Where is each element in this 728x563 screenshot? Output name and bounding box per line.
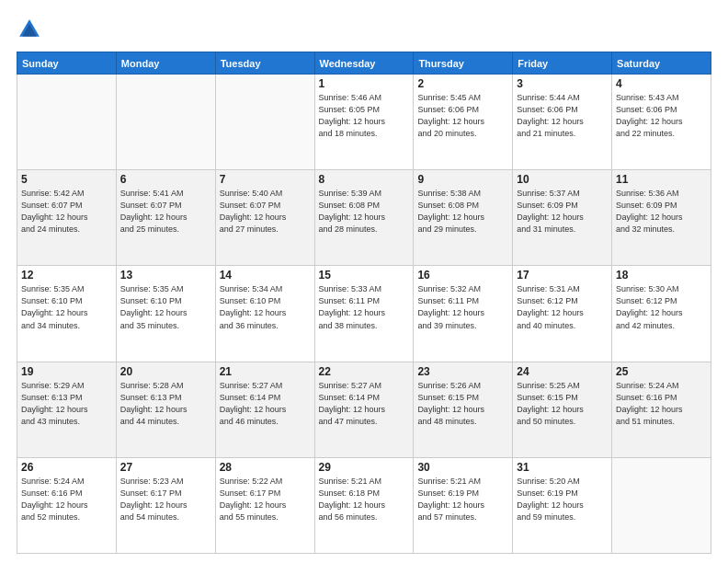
day-number: 17	[517, 269, 608, 282]
calendar-cell: 20Sunrise: 5:28 AM Sunset: 6:13 PM Dayli…	[116, 362, 215, 457]
day-info: Sunrise: 5:40 AM Sunset: 6:07 PM Dayligh…	[220, 188, 311, 236]
header	[17, 17, 711, 42]
day-info: Sunrise: 5:25 AM Sunset: 6:15 PM Dayligh…	[517, 380, 608, 428]
calendar-cell	[612, 457, 711, 553]
day-info: Sunrise: 5:36 AM Sunset: 6:09 PM Dayligh…	[616, 188, 707, 236]
week-row-2: 5Sunrise: 5:42 AM Sunset: 6:07 PM Daylig…	[17, 170, 711, 266]
logo	[17, 17, 46, 42]
weekday-header-sunday: Sunday	[17, 52, 117, 75]
day-number: 3	[517, 77, 608, 90]
day-info: Sunrise: 5:34 AM Sunset: 6:10 PM Dayligh…	[220, 283, 311, 331]
week-row-4: 19Sunrise: 5:29 AM Sunset: 6:13 PM Dayli…	[17, 362, 711, 457]
day-info: Sunrise: 5:20 AM Sunset: 6:19 PM Dayligh…	[517, 476, 608, 523]
day-info: Sunrise: 5:46 AM Sunset: 6:05 PM Dayligh…	[319, 92, 410, 140]
day-number: 24	[517, 365, 608, 378]
day-info: Sunrise: 5:41 AM Sunset: 6:07 PM Dayligh…	[120, 188, 211, 236]
day-number: 1	[319, 77, 410, 90]
weekday-header-tuesday: Tuesday	[215, 52, 314, 75]
day-info: Sunrise: 5:21 AM Sunset: 6:19 PM Dayligh…	[417, 476, 508, 523]
day-number: 16	[417, 269, 508, 282]
calendar-cell: 16Sunrise: 5:32 AM Sunset: 6:11 PM Dayli…	[414, 266, 513, 362]
weekday-header-monday: Monday	[116, 52, 215, 75]
day-number: 6	[120, 173, 211, 186]
day-number: 22	[319, 365, 410, 378]
day-number: 5	[21, 173, 112, 186]
calendar-cell: 8Sunrise: 5:39 AM Sunset: 6:08 PM Daylig…	[314, 170, 414, 266]
day-number: 21	[220, 365, 311, 378]
day-info: Sunrise: 5:27 AM Sunset: 6:14 PM Dayligh…	[220, 380, 311, 428]
day-info: Sunrise: 5:24 AM Sunset: 6:16 PM Dayligh…	[616, 380, 707, 428]
day-info: Sunrise: 5:29 AM Sunset: 6:13 PM Dayligh…	[21, 380, 112, 428]
day-info: Sunrise: 5:27 AM Sunset: 6:14 PM Dayligh…	[319, 380, 410, 428]
weekday-header-thursday: Thursday	[414, 52, 513, 75]
calendar-cell	[116, 75, 215, 170]
day-info: Sunrise: 5:39 AM Sunset: 6:08 PM Dayligh…	[319, 188, 410, 236]
day-number: 9	[417, 173, 508, 186]
day-number: 27	[120, 461, 211, 474]
calendar-cell: 22Sunrise: 5:27 AM Sunset: 6:14 PM Dayli…	[314, 362, 414, 457]
calendar-cell: 21Sunrise: 5:27 AM Sunset: 6:14 PM Dayli…	[215, 362, 314, 457]
day-number: 2	[417, 77, 508, 90]
calendar-cell: 15Sunrise: 5:33 AM Sunset: 6:11 PM Dayli…	[314, 266, 414, 362]
day-number: 14	[220, 269, 311, 282]
day-number: 18	[616, 269, 707, 282]
calendar-cell	[17, 75, 117, 170]
calendar-cell: 17Sunrise: 5:31 AM Sunset: 6:12 PM Dayli…	[513, 266, 612, 362]
calendar-cell: 14Sunrise: 5:34 AM Sunset: 6:10 PM Dayli…	[215, 266, 314, 362]
calendar-cell: 2Sunrise: 5:45 AM Sunset: 6:06 PM Daylig…	[414, 75, 513, 170]
day-number: 19	[21, 365, 112, 378]
calendar-cell: 12Sunrise: 5:35 AM Sunset: 6:10 PM Dayli…	[17, 266, 117, 362]
calendar-cell: 31Sunrise: 5:20 AM Sunset: 6:19 PM Dayli…	[513, 457, 612, 553]
day-number: 30	[417, 461, 508, 474]
day-info: Sunrise: 5:26 AM Sunset: 6:15 PM Dayligh…	[417, 380, 508, 428]
week-row-5: 26Sunrise: 5:24 AM Sunset: 6:16 PM Dayli…	[17, 457, 711, 553]
calendar-cell: 27Sunrise: 5:23 AM Sunset: 6:17 PM Dayli…	[116, 457, 215, 553]
day-number: 28	[220, 461, 311, 474]
day-info: Sunrise: 5:24 AM Sunset: 6:16 PM Dayligh…	[21, 476, 112, 523]
calendar-cell: 13Sunrise: 5:35 AM Sunset: 6:10 PM Dayli…	[116, 266, 215, 362]
calendar-cell: 3Sunrise: 5:44 AM Sunset: 6:06 PM Daylig…	[513, 75, 612, 170]
calendar-cell: 28Sunrise: 5:22 AM Sunset: 6:17 PM Dayli…	[215, 457, 314, 553]
day-number: 29	[319, 461, 410, 474]
calendar-cell: 5Sunrise: 5:42 AM Sunset: 6:07 PM Daylig…	[17, 170, 117, 266]
day-info: Sunrise: 5:28 AM Sunset: 6:13 PM Dayligh…	[120, 380, 211, 428]
day-number: 7	[220, 173, 311, 186]
calendar-cell	[215, 75, 314, 170]
day-info: Sunrise: 5:38 AM Sunset: 6:08 PM Dayligh…	[417, 188, 508, 236]
calendar-cell: 23Sunrise: 5:26 AM Sunset: 6:15 PM Dayli…	[414, 362, 513, 457]
day-info: Sunrise: 5:31 AM Sunset: 6:12 PM Dayligh…	[517, 283, 608, 331]
weekday-header-friday: Friday	[513, 52, 612, 75]
day-number: 20	[120, 365, 211, 378]
page: SundayMondayTuesdayWednesdayThursdayFrid…	[0, 0, 728, 563]
calendar-table: SundayMondayTuesdayWednesdayThursdayFrid…	[17, 52, 711, 554]
calendar-cell: 7Sunrise: 5:40 AM Sunset: 6:07 PM Daylig…	[215, 170, 314, 266]
calendar-cell: 9Sunrise: 5:38 AM Sunset: 6:08 PM Daylig…	[414, 170, 513, 266]
weekday-header-wednesday: Wednesday	[314, 52, 414, 75]
day-number: 12	[21, 269, 112, 282]
weekday-header-saturday: Saturday	[612, 52, 711, 75]
week-row-3: 12Sunrise: 5:35 AM Sunset: 6:10 PM Dayli…	[17, 266, 711, 362]
calendar-cell: 1Sunrise: 5:46 AM Sunset: 6:05 PM Daylig…	[314, 75, 414, 170]
logo-icon	[17, 17, 42, 42]
day-number: 11	[616, 173, 707, 186]
day-info: Sunrise: 5:43 AM Sunset: 6:06 PM Dayligh…	[616, 92, 707, 140]
day-number: 13	[120, 269, 211, 282]
week-row-1: 1Sunrise: 5:46 AM Sunset: 6:05 PM Daylig…	[17, 75, 711, 170]
day-info: Sunrise: 5:35 AM Sunset: 6:10 PM Dayligh…	[120, 283, 211, 331]
weekday-header-row: SundayMondayTuesdayWednesdayThursdayFrid…	[17, 52, 711, 75]
calendar-cell: 26Sunrise: 5:24 AM Sunset: 6:16 PM Dayli…	[17, 457, 117, 553]
day-info: Sunrise: 5:21 AM Sunset: 6:18 PM Dayligh…	[319, 476, 410, 523]
day-info: Sunrise: 5:32 AM Sunset: 6:11 PM Dayligh…	[417, 283, 508, 331]
day-number: 4	[616, 77, 707, 90]
calendar-cell: 24Sunrise: 5:25 AM Sunset: 6:15 PM Dayli…	[513, 362, 612, 457]
day-info: Sunrise: 5:23 AM Sunset: 6:17 PM Dayligh…	[120, 476, 211, 523]
day-number: 25	[616, 365, 707, 378]
day-info: Sunrise: 5:37 AM Sunset: 6:09 PM Dayligh…	[517, 188, 608, 236]
calendar-cell: 25Sunrise: 5:24 AM Sunset: 6:16 PM Dayli…	[612, 362, 711, 457]
calendar-cell: 19Sunrise: 5:29 AM Sunset: 6:13 PM Dayli…	[17, 362, 117, 457]
calendar-cell: 6Sunrise: 5:41 AM Sunset: 6:07 PM Daylig…	[116, 170, 215, 266]
calendar-cell: 11Sunrise: 5:36 AM Sunset: 6:09 PM Dayli…	[612, 170, 711, 266]
day-info: Sunrise: 5:33 AM Sunset: 6:11 PM Dayligh…	[319, 283, 410, 331]
day-number: 8	[319, 173, 410, 186]
calendar-cell: 30Sunrise: 5:21 AM Sunset: 6:19 PM Dayli…	[414, 457, 513, 553]
